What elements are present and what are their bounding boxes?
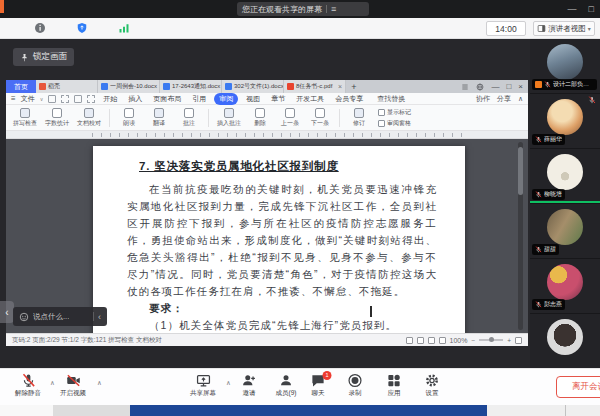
background-window-sliver <box>0 0 4 13</box>
unmute-button[interactable]: 解除静音 <box>15 373 41 398</box>
meeting-toolbar: 解除静音 ∧ 开启视频 ∧ 共享屏幕 ∧ 邀请 成员(9) <box>0 368 600 405</box>
mic-muted-icon <box>535 191 542 198</box>
wps-menu-bar: ≡ 文件 ∨ 开始 插入 页面布局 引用 审阅 视图 章节 开发工具 会员专享 … <box>6 93 528 105</box>
wps-minimize-icon: — <box>491 82 499 91</box>
wps-tab-pdf: 8任务书-c.pdf × <box>284 80 346 93</box>
banner-divider <box>326 5 327 13</box>
view-web-icon <box>428 337 435 344</box>
emoji-smiley-icon[interactable] <box>19 312 29 322</box>
maximize-icon[interactable]: □ <box>589 4 594 14</box>
window-title-bar: 您正在观看共享的屏幕 ≡ — □ <box>0 0 600 18</box>
ribbon-proofread: 文档校对 <box>77 108 101 128</box>
wps-ruler <box>6 131 528 139</box>
wps-tab-doc3: 302号文件(1).docx × <box>222 80 284 93</box>
settings-button[interactable]: 设置 <box>425 373 440 398</box>
ribbon-readaloud: 朗读 <box>118 108 140 128</box>
mic-muted-icon <box>535 136 542 143</box>
camera-off-icon <box>66 373 81 388</box>
host-badge-icon <box>535 81 542 88</box>
ribbon-insert-comment: 插入批注 <box>217 108 241 128</box>
scrollbar-thumb <box>518 147 523 195</box>
chat-input-placeholder: 说点什么... <box>33 312 69 322</box>
chat-button[interactable]: 聊天 1 <box>311 373 326 398</box>
avatar <box>547 209 583 245</box>
wps-maximize-icon: □ <box>506 82 511 91</box>
globe-icon <box>476 83 484 91</box>
ribbon-next: 下一条 <box>309 108 331 128</box>
apps-button[interactable]: 应用 <box>387 373 402 398</box>
participant-tile[interactable]: 甜甜 <box>530 204 600 258</box>
leave-meeting-button[interactable]: 离开会议 <box>556 376 600 398</box>
mic-muted-icon <box>535 246 542 253</box>
view-outline-icon <box>439 337 446 344</box>
wps-window-controls: — □ × <box>362 80 528 93</box>
camera-options-chevron[interactable]: ∧ <box>97 379 102 387</box>
mic-muted-icon <box>544 81 551 88</box>
meeting-info-icon[interactable] <box>34 22 46 34</box>
participant-name-badge: 彭志燕 <box>532 299 565 310</box>
ribbon-spellcheck: 拼写检查 <box>13 108 37 128</box>
quick-chat-input[interactable]: 说点什么... ‹ <box>13 307 107 326</box>
mic-muted-icon <box>588 96 596 104</box>
zoom-in-icon: + <box>507 337 511 344</box>
minimize-icon[interactable]: — <box>568 4 577 14</box>
redo-icon <box>87 95 95 103</box>
participant-tile[interactable]: 彭志燕 <box>530 259 600 313</box>
status-page-info: 页码:2 页面:2/29 节:1/2 字数:121 拼写检查 文档校对 <box>12 336 162 345</box>
wps-ribbon: 拼写检查 字数统计 文档校对 朗读 翻译 批注 插入批注 删除 上一条 下一条 … <box>6 105 528 131</box>
wps-menu-review-active: 审阅 <box>214 93 238 105</box>
invite-button[interactable]: 邀请 <box>242 373 257 398</box>
wps-menu-section: 章节 <box>268 94 288 104</box>
wps-menu-member: 会员专享 <box>332 94 366 104</box>
wps-status-bar: 页码:2 页面:2/29 节:1/2 字数:121 拼写检查 文档校对 100%… <box>6 333 528 346</box>
share-screen-icon <box>196 373 211 388</box>
record-button[interactable]: 录制 <box>348 373 363 398</box>
participant-tile[interactable] <box>530 314 600 368</box>
avatar <box>547 319 583 355</box>
layout-icon <box>537 24 546 33</box>
wps-tab-docer: 稻壳 <box>36 80 98 93</box>
participant-name-badge: 甜甜 <box>532 244 559 255</box>
participant-tile[interactable]: 设计二部负责人M4老师 <box>530 39 600 93</box>
wps-collab-label: 协作 <box>476 94 490 104</box>
ribbon-track-changes: 修订 <box>348 108 370 128</box>
ribbon-wordcount: 字数统计 <box>45 108 69 128</box>
zoom-slider <box>479 339 503 341</box>
avatar <box>547 99 583 135</box>
ribbon-collapse-icon: ∧ <box>518 95 523 103</box>
mic-options-chevron[interactable]: ∧ <box>50 379 55 387</box>
view-mode-button[interactable]: 演讲者视图 ▾ <box>533 21 595 36</box>
document-requirements-label: 要求： <box>127 300 437 317</box>
share-screen-button[interactable]: 共享屏幕 <box>190 373 216 398</box>
wps-document-area: 7. 坚决落实党员属地化社区报到制度 在当前抗疫最吃劲的关键时刻，机关党员要迅速… <box>6 139 528 333</box>
word-doc-icon <box>101 83 108 90</box>
wps-menu-view: 视图 <box>243 94 263 104</box>
tab-close-icon: × <box>338 83 342 90</box>
wps-find-replace: 查找替换 <box>377 94 405 104</box>
collapse-panel-button[interactable]: ‹ <box>0 301 14 323</box>
pdf-doc-icon <box>287 83 294 90</box>
wps-share-label: 分享 <box>497 94 511 104</box>
wps-menu-start: 开始 <box>100 94 120 104</box>
wps-tab-doc2: 17-2643通知.docx <box>160 80 222 93</box>
wps-menu-insert: 插入 <box>125 94 145 104</box>
network-signal-icon <box>118 22 130 34</box>
wps-menu-layout: 页面布局 <box>150 94 184 104</box>
start-video-button[interactable]: 开启视频 <box>60 373 86 398</box>
pin-view-button[interactable]: 锁定画面 <box>13 48 74 66</box>
docer-icon <box>39 83 46 90</box>
print-icon <box>61 95 69 103</box>
prev-arrow-icon: ‹ <box>5 307 8 318</box>
participant-tile[interactable]: 薛丽华 <box>530 94 600 148</box>
banner-menu-icon[interactable]: ≡ <box>331 5 336 14</box>
view-read-icon <box>406 337 413 344</box>
pin-icon <box>20 53 29 62</box>
security-shield-icon[interactable] <box>76 22 88 34</box>
members-button[interactable]: 成员(9) <box>276 373 297 398</box>
ribbon-translate: 翻译 <box>148 108 170 128</box>
participant-tile-speaking[interactable]: 柳晓培 <box>530 149 600 203</box>
ribbon-comment: 批注 <box>178 108 200 128</box>
chat-collapse-icon[interactable]: ‹ <box>98 312 101 322</box>
share-options-chevron[interactable]: ∧ <box>226 379 231 387</box>
mic-muted-icon <box>21 373 36 388</box>
